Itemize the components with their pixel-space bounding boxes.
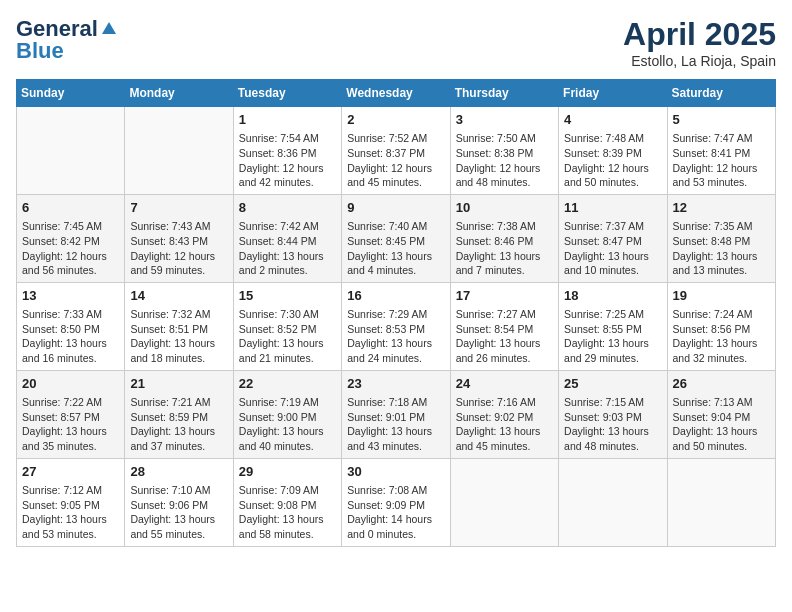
logo-icon bbox=[100, 20, 118, 38]
calendar-cell: 8Sunrise: 7:42 AM Sunset: 8:44 PM Daylig… bbox=[233, 194, 341, 282]
day-number: 16 bbox=[347, 287, 444, 305]
calendar-cell bbox=[17, 107, 125, 195]
calendar-cell: 5Sunrise: 7:47 AM Sunset: 8:41 PM Daylig… bbox=[667, 107, 775, 195]
calendar-cell bbox=[667, 458, 775, 546]
day-number: 29 bbox=[239, 463, 336, 481]
calendar-cell: 22Sunrise: 7:19 AM Sunset: 9:00 PM Dayli… bbox=[233, 370, 341, 458]
day-number: 6 bbox=[22, 199, 119, 217]
day-info: Sunrise: 7:47 AM Sunset: 8:41 PM Dayligh… bbox=[673, 131, 770, 190]
day-info: Sunrise: 7:40 AM Sunset: 8:45 PM Dayligh… bbox=[347, 219, 444, 278]
day-number: 7 bbox=[130, 199, 227, 217]
calendar-cell: 13Sunrise: 7:33 AM Sunset: 8:50 PM Dayli… bbox=[17, 282, 125, 370]
day-info: Sunrise: 7:38 AM Sunset: 8:46 PM Dayligh… bbox=[456, 219, 553, 278]
day-number: 9 bbox=[347, 199, 444, 217]
day-number: 14 bbox=[130, 287, 227, 305]
calendar-cell: 17Sunrise: 7:27 AM Sunset: 8:54 PM Dayli… bbox=[450, 282, 558, 370]
location: Estollo, La Rioja, Spain bbox=[623, 53, 776, 69]
day-number: 5 bbox=[673, 111, 770, 129]
calendar-cell: 3Sunrise: 7:50 AM Sunset: 8:38 PM Daylig… bbox=[450, 107, 558, 195]
calendar-week-row: 6Sunrise: 7:45 AM Sunset: 8:42 PM Daylig… bbox=[17, 194, 776, 282]
day-info: Sunrise: 7:16 AM Sunset: 9:02 PM Dayligh… bbox=[456, 395, 553, 454]
calendar-cell: 19Sunrise: 7:24 AM Sunset: 8:56 PM Dayli… bbox=[667, 282, 775, 370]
day-number: 10 bbox=[456, 199, 553, 217]
day-info: Sunrise: 7:22 AM Sunset: 8:57 PM Dayligh… bbox=[22, 395, 119, 454]
calendar-cell: 18Sunrise: 7:25 AM Sunset: 8:55 PM Dayli… bbox=[559, 282, 667, 370]
month-title: April 2025 bbox=[623, 16, 776, 53]
weekday-header: Tuesday bbox=[233, 80, 341, 107]
calendar-cell: 23Sunrise: 7:18 AM Sunset: 9:01 PM Dayli… bbox=[342, 370, 450, 458]
day-info: Sunrise: 7:08 AM Sunset: 9:09 PM Dayligh… bbox=[347, 483, 444, 542]
day-number: 18 bbox=[564, 287, 661, 305]
calendar-week-row: 20Sunrise: 7:22 AM Sunset: 8:57 PM Dayli… bbox=[17, 370, 776, 458]
title-block: April 2025 Estollo, La Rioja, Spain bbox=[623, 16, 776, 69]
day-info: Sunrise: 7:48 AM Sunset: 8:39 PM Dayligh… bbox=[564, 131, 661, 190]
day-info: Sunrise: 7:42 AM Sunset: 8:44 PM Dayligh… bbox=[239, 219, 336, 278]
calendar-cell: 24Sunrise: 7:16 AM Sunset: 9:02 PM Dayli… bbox=[450, 370, 558, 458]
calendar-cell: 27Sunrise: 7:12 AM Sunset: 9:05 PM Dayli… bbox=[17, 458, 125, 546]
day-number: 30 bbox=[347, 463, 444, 481]
calendar-cell: 20Sunrise: 7:22 AM Sunset: 8:57 PM Dayli… bbox=[17, 370, 125, 458]
day-number: 24 bbox=[456, 375, 553, 393]
day-info: Sunrise: 7:29 AM Sunset: 8:53 PM Dayligh… bbox=[347, 307, 444, 366]
day-number: 22 bbox=[239, 375, 336, 393]
calendar-week-row: 1Sunrise: 7:54 AM Sunset: 8:36 PM Daylig… bbox=[17, 107, 776, 195]
day-number: 13 bbox=[22, 287, 119, 305]
weekday-header: Thursday bbox=[450, 80, 558, 107]
calendar-week-row: 27Sunrise: 7:12 AM Sunset: 9:05 PM Dayli… bbox=[17, 458, 776, 546]
day-number: 17 bbox=[456, 287, 553, 305]
calendar-cell bbox=[450, 458, 558, 546]
calendar-cell: 26Sunrise: 7:13 AM Sunset: 9:04 PM Dayli… bbox=[667, 370, 775, 458]
calendar-cell: 2Sunrise: 7:52 AM Sunset: 8:37 PM Daylig… bbox=[342, 107, 450, 195]
day-info: Sunrise: 7:43 AM Sunset: 8:43 PM Dayligh… bbox=[130, 219, 227, 278]
calendar-cell: 1Sunrise: 7:54 AM Sunset: 8:36 PM Daylig… bbox=[233, 107, 341, 195]
calendar-week-row: 13Sunrise: 7:33 AM Sunset: 8:50 PM Dayli… bbox=[17, 282, 776, 370]
day-number: 11 bbox=[564, 199, 661, 217]
day-info: Sunrise: 7:37 AM Sunset: 8:47 PM Dayligh… bbox=[564, 219, 661, 278]
day-info: Sunrise: 7:33 AM Sunset: 8:50 PM Dayligh… bbox=[22, 307, 119, 366]
day-info: Sunrise: 7:45 AM Sunset: 8:42 PM Dayligh… bbox=[22, 219, 119, 278]
day-info: Sunrise: 7:10 AM Sunset: 9:06 PM Dayligh… bbox=[130, 483, 227, 542]
calendar-cell: 4Sunrise: 7:48 AM Sunset: 8:39 PM Daylig… bbox=[559, 107, 667, 195]
calendar-cell: 21Sunrise: 7:21 AM Sunset: 8:59 PM Dayli… bbox=[125, 370, 233, 458]
day-info: Sunrise: 7:13 AM Sunset: 9:04 PM Dayligh… bbox=[673, 395, 770, 454]
day-info: Sunrise: 7:12 AM Sunset: 9:05 PM Dayligh… bbox=[22, 483, 119, 542]
calendar-cell: 25Sunrise: 7:15 AM Sunset: 9:03 PM Dayli… bbox=[559, 370, 667, 458]
day-number: 3 bbox=[456, 111, 553, 129]
day-number: 20 bbox=[22, 375, 119, 393]
day-info: Sunrise: 7:15 AM Sunset: 9:03 PM Dayligh… bbox=[564, 395, 661, 454]
weekday-header: Monday bbox=[125, 80, 233, 107]
weekday-header: Wednesday bbox=[342, 80, 450, 107]
calendar-cell: 11Sunrise: 7:37 AM Sunset: 8:47 PM Dayli… bbox=[559, 194, 667, 282]
day-number: 15 bbox=[239, 287, 336, 305]
calendar-cell: 14Sunrise: 7:32 AM Sunset: 8:51 PM Dayli… bbox=[125, 282, 233, 370]
day-number: 8 bbox=[239, 199, 336, 217]
calendar-cell: 15Sunrise: 7:30 AM Sunset: 8:52 PM Dayli… bbox=[233, 282, 341, 370]
day-info: Sunrise: 7:32 AM Sunset: 8:51 PM Dayligh… bbox=[130, 307, 227, 366]
day-number: 27 bbox=[22, 463, 119, 481]
calendar-cell: 10Sunrise: 7:38 AM Sunset: 8:46 PM Dayli… bbox=[450, 194, 558, 282]
day-info: Sunrise: 7:18 AM Sunset: 9:01 PM Dayligh… bbox=[347, 395, 444, 454]
calendar-table: SundayMondayTuesdayWednesdayThursdayFrid… bbox=[16, 79, 776, 547]
calendar-cell: 16Sunrise: 7:29 AM Sunset: 8:53 PM Dayli… bbox=[342, 282, 450, 370]
day-number: 25 bbox=[564, 375, 661, 393]
day-info: Sunrise: 7:21 AM Sunset: 8:59 PM Dayligh… bbox=[130, 395, 227, 454]
day-info: Sunrise: 7:35 AM Sunset: 8:48 PM Dayligh… bbox=[673, 219, 770, 278]
calendar-cell: 12Sunrise: 7:35 AM Sunset: 8:48 PM Dayli… bbox=[667, 194, 775, 282]
day-number: 26 bbox=[673, 375, 770, 393]
day-info: Sunrise: 7:19 AM Sunset: 9:00 PM Dayligh… bbox=[239, 395, 336, 454]
calendar-cell bbox=[559, 458, 667, 546]
day-number: 4 bbox=[564, 111, 661, 129]
day-number: 23 bbox=[347, 375, 444, 393]
calendar-header-row: SundayMondayTuesdayWednesdayThursdayFrid… bbox=[17, 80, 776, 107]
calendar-cell: 9Sunrise: 7:40 AM Sunset: 8:45 PM Daylig… bbox=[342, 194, 450, 282]
weekday-header: Saturday bbox=[667, 80, 775, 107]
calendar-cell: 30Sunrise: 7:08 AM Sunset: 9:09 PM Dayli… bbox=[342, 458, 450, 546]
weekday-header: Sunday bbox=[17, 80, 125, 107]
day-info: Sunrise: 7:30 AM Sunset: 8:52 PM Dayligh… bbox=[239, 307, 336, 366]
day-info: Sunrise: 7:50 AM Sunset: 8:38 PM Dayligh… bbox=[456, 131, 553, 190]
weekday-header: Friday bbox=[559, 80, 667, 107]
day-number: 2 bbox=[347, 111, 444, 129]
calendar-cell bbox=[125, 107, 233, 195]
day-info: Sunrise: 7:27 AM Sunset: 8:54 PM Dayligh… bbox=[456, 307, 553, 366]
logo: General Blue bbox=[16, 16, 118, 64]
